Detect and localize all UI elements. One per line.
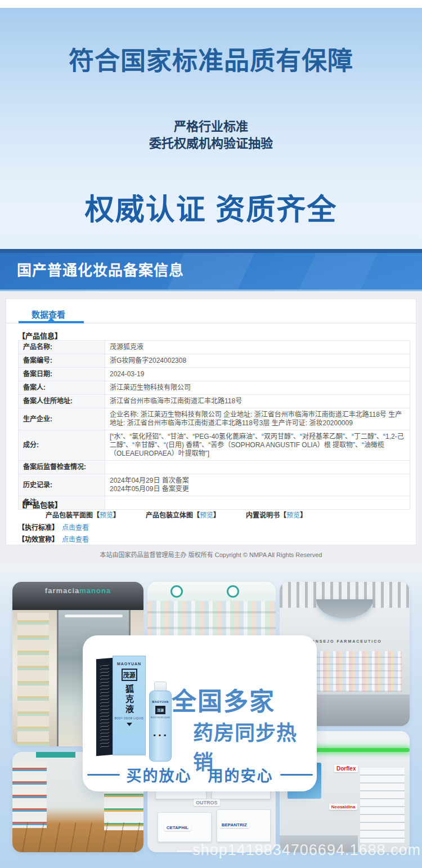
filing-table-row: 备注: (19, 496, 410, 510)
hero-subtext: 严格行业标准 委托权威机构验证抽验 (0, 118, 422, 152)
nmpa-footer: 本站由国家药品监督管理局主办 版权所有 Copyright © NMPA All… (0, 545, 422, 566)
storefront-sign-gray: farmacia (45, 586, 79, 595)
filing-table-row: 备案编号:浙G妆网备字2024002308 (19, 354, 410, 368)
packaging-item-label: 内置说明书【 (246, 511, 286, 519)
product-box-spine (96, 658, 113, 756)
dash-left (87, 774, 120, 776)
preview-link[interactable]: 预览 (100, 511, 113, 519)
packaging-heading: 【产品包装】 (18, 499, 62, 510)
shelves-logo-dot (170, 585, 183, 598)
product-brand-en: MAOYUAN (117, 662, 141, 666)
brand-label-cetaphil: CETAPHIL (164, 825, 191, 831)
left-shelf (12, 762, 47, 828)
storefront-shelf (17, 613, 49, 746)
bottle-brand-en: MAOYUAN (152, 700, 168, 704)
standard-label: 【执行标准】 (18, 524, 59, 532)
filing-table-row: 成分:[“水”、“氯化羟铝”、“甘油”、“PEG-40氢化蓖麻油”、“双丙甘醇”… (19, 430, 410, 461)
retail-section: farmaciamanona CONSEJO FARMACEUTICO (0, 566, 422, 868)
brand-label-bepantriz: BEPANTRIZ (219, 822, 249, 828)
product-name-cn: 狐克液 (123, 684, 135, 715)
pendant-lamp (316, 599, 374, 618)
filing-row-label: 备案人: (19, 381, 105, 395)
filing-row-value: 浙江莱迈生物科技有限公司 (105, 381, 410, 395)
filing-row-label: 产品名称: (19, 341, 105, 354)
packaging-item-label: 产品包装立体图【 (146, 511, 200, 519)
hero-line2: 委托权威机构验证抽验 (0, 135, 422, 152)
hero-title: 符合国家标准品质有保障 (0, 41, 422, 77)
page: 符合国家标准品质有保障 严格行业标准 委托权威机构验证抽验 权威认证 资质齐全 … (0, 0, 422, 868)
filing-row-value: 浙G妆网备字2024002308 (105, 354, 410, 368)
storefront-sign: farmaciamanona (12, 586, 143, 595)
filing-row-label: 备案日期: (19, 368, 105, 381)
filing-row-value: 浙江省台州市临海市江南街道汇丰北路118号 (105, 395, 410, 408)
storefront-light (65, 615, 123, 617)
bottle-dots: ■ ■ ■ (154, 733, 167, 737)
hero-subtitle: 权威认证 资质齐全 (0, 186, 422, 228)
packaging-item-bracket: 】 (300, 511, 307, 519)
standard-row: 【执行标准】点击查看 (18, 522, 89, 532)
teal-beam (36, 752, 75, 758)
tab-divider (6, 323, 416, 323)
preview-link[interactable]: 预览 (200, 511, 213, 519)
filing-table-row: 备案人:浙江莱迈生物科技有限公司 (19, 381, 410, 395)
filing-card: 数据查看 【产品信息】 产品名称:茂源狐克液备案编号:浙G妆网备字2024002… (6, 299, 416, 545)
bottle-logo: 茂源 (155, 706, 165, 714)
white-shelf (360, 768, 405, 843)
filing-row-value: 2024-03-19 (105, 368, 410, 381)
brand-label-outros: OUTROS (194, 799, 220, 806)
wooden-floor (12, 822, 143, 852)
filing-row-label: 历史记录: (19, 474, 105, 496)
filing-row-label: 备案后监督检查情况: (19, 461, 105, 474)
triangle-icon (127, 723, 132, 726)
filing-table-row: 历史记录:2024年04月29日 首次备案 2024年05月09日 备案变更 (19, 474, 410, 496)
filing-row-value (105, 461, 410, 474)
claim-view-link[interactable]: 点击查看 (62, 536, 89, 544)
filing-banner: 国产普通化妆品备案信息 (0, 249, 422, 291)
filing-row-value: 企业名称: 浙江莱迈生物科技有限公司 企业地址: 浙江省台州市临海市江南街道汇丰… (105, 408, 410, 430)
filing-row-value: 2024年04月29日 首次备案 2024年05月09日 备案变更 (105, 474, 410, 496)
filing-row-value: 茂源狐克液 (105, 341, 410, 354)
brand-label-dorflex: Dorflex (334, 765, 358, 772)
packaging-item-label: 产品包装平面图【 (46, 511, 100, 519)
packaging-item: 产品包装平面图【预览】 (46, 510, 120, 519)
product-name-en: BODY ODOR LIQUID (115, 717, 144, 720)
hero-section: 符合国家标准品质有保障 严格行业标准 委托权威机构验证抽验 权威认证 资质齐全 (0, 8, 422, 249)
bottle-body: MAOYUAN 茂源 BODY ODOR LIQUID ■ ■ ■ (149, 691, 172, 762)
filing-row-value: [“水”、“氯化羟铝”、“甘油”、“PEG-40氢化蓖麻油”、“双丙甘醇”、“对… (105, 430, 410, 461)
packaging-item-bracket: 】 (213, 511, 220, 519)
storefront-sign-teal: manona (79, 586, 111, 595)
filing-row-label: 备案人住所地址: (19, 395, 105, 408)
promo-headline-1: 全国多家 (172, 682, 275, 718)
preview-link[interactable]: 预览 (286, 511, 300, 519)
filing-table: 产品名称:茂源狐克液备案编号:浙G妆网备字2024002308备案日期:2024… (18, 340, 410, 510)
gov-filing-section: 数据查看 【产品信息】 产品名称:茂源狐克液备案编号:浙G妆网备字2024002… (0, 291, 422, 566)
filing-row-label: 成分: (19, 430, 105, 461)
product-logo: 茂源 (122, 669, 137, 681)
tab-active-indicator (19, 321, 84, 323)
brand-label-neosaldina: Neosaldina (329, 804, 358, 810)
shelves-header-band (147, 582, 276, 601)
filing-row-label: 备案编号: (19, 354, 105, 368)
promo-card: MAOYUAN 茂源 狐克液 BODY ODOR LIQUID MAOYUAN … (83, 635, 317, 791)
product-box: MAOYUAN 茂源 狐克液 BODY ODOR LIQUID (96, 656, 146, 757)
promo-slogan-row: 买的放心 用的安心 (83, 764, 317, 786)
filing-row-value (105, 496, 410, 510)
promo-slogan: 买的放心 用的安心 (127, 764, 273, 786)
packaging-item: 内置说明书【预览】 (246, 510, 307, 519)
filing-banner-title: 国产普通化妆品备案信息 (17, 253, 184, 288)
filing-table-row: 备案人住所地址:浙江省台州市临海市江南街道汇丰北路118号 (19, 395, 410, 408)
filing-table-row: 生产企业:企业名称: 浙江莱迈生物科技有限公司 企业地址: 浙江省台州市临海市江… (19, 408, 410, 430)
filing-row-label: 生产企业: (19, 408, 105, 430)
hero-line1: 严格行业标准 (0, 118, 422, 135)
packaging-item: 产品包装立体图【预览】 (146, 510, 220, 519)
tab-arrow-icon (48, 318, 55, 321)
bottle-name-en: BODY ODOR LIQUID (151, 716, 170, 719)
product-info-heading: 【产品信息】 (18, 330, 62, 341)
filing-table-row: 备案后监督检查情况: (19, 461, 410, 474)
packaging-item-bracket: 】 (113, 511, 120, 519)
product-box-front: MAOYUAN 茂源 狐克液 BODY ODOR LIQUID (113, 656, 146, 755)
dash-right (280, 774, 313, 776)
standard-view-link[interactable]: 点击查看 (62, 524, 89, 532)
claim-row: 【功效宣称】点击查看 (18, 534, 89, 544)
shop-watermark: —shop1418834706694.1688.com (177, 842, 421, 859)
